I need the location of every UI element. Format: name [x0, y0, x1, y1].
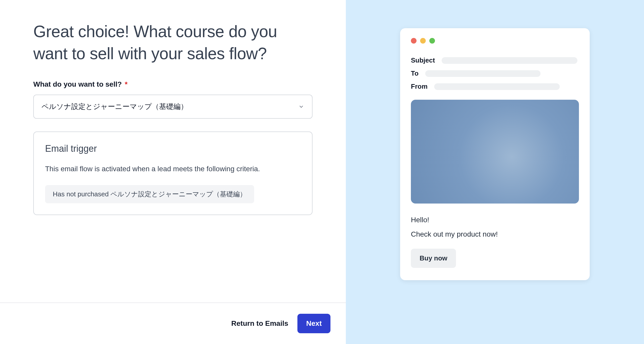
field-label: What do you want to sell? *	[33, 80, 313, 88]
required-asterisk: *	[125, 80, 128, 88]
return-to-emails-button[interactable]: Return to Emails	[231, 319, 288, 328]
email-trigger-card: Email trigger This email flow is activat…	[33, 131, 313, 215]
preview-to-label: To	[411, 69, 419, 77]
next-button[interactable]: Next	[297, 314, 330, 333]
preview-subject-placeholder	[442, 57, 577, 64]
preview-from-label: From	[411, 83, 428, 90]
preview-from-row: From	[411, 83, 579, 90]
trigger-description: This email flow is activated when a lead…	[45, 163, 301, 175]
page-title: Great choice! What course do you want to…	[33, 21, 313, 65]
preview-buy-now-button[interactable]: Buy now	[411, 249, 456, 268]
preview-to-placeholder	[425, 70, 541, 77]
preview-body-text: Check out my product now!	[411, 230, 579, 238]
form-pane: Great choice! What course do you want to…	[0, 0, 346, 344]
email-preview-window: Subject To From Hello! Check out my prod…	[400, 28, 590, 280]
traffic-light-red-icon	[411, 38, 417, 44]
course-select[interactable]: ペルソナ設定とジャーニーマップ（基礎編）	[33, 95, 313, 119]
traffic-light-yellow-icon	[420, 38, 426, 44]
window-traffic-lights	[411, 38, 579, 44]
preview-subject-row: Subject	[411, 56, 579, 64]
course-select-value: ペルソナ設定とジャーニーマップ（基礎編）	[41, 102, 188, 112]
preview-pane: Subject To From Hello! Check out my prod…	[346, 0, 644, 344]
chevron-down-icon	[298, 104, 304, 110]
trigger-condition-pill: Has not purchased ペルソナ設定とジャーニーマップ（基礎編）	[45, 185, 254, 203]
traffic-light-green-icon	[429, 38, 435, 44]
footer-bar: Return to Emails Next	[0, 302, 346, 344]
preview-subject-label: Subject	[411, 56, 435, 64]
preview-hero-image	[411, 100, 579, 204]
preview-from-placeholder	[434, 83, 560, 90]
preview-greeting: Hello!	[411, 215, 579, 225]
preview-to-row: To	[411, 69, 579, 77]
field-label-text: What do you want to sell?	[33, 80, 122, 88]
trigger-title: Email trigger	[45, 143, 301, 154]
